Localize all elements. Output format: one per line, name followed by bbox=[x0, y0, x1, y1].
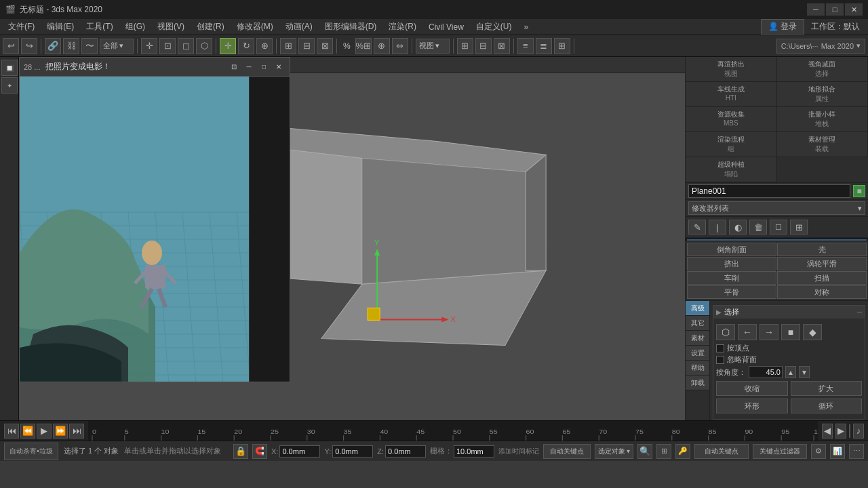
backface-checkbox[interactable] bbox=[716, 356, 724, 364]
angle-input[interactable] bbox=[749, 366, 783, 378]
rp-tab-rerender[interactable]: 再渲挤出视图 bbox=[686, 57, 777, 82]
pin-button[interactable]: ✎ bbox=[688, 220, 706, 235]
select-lasso-button[interactable]: ◻ bbox=[178, 38, 194, 54]
rp-tab-plants[interactable]: 超级种植塌陷 bbox=[686, 157, 777, 182]
rp-tab-viewreduce[interactable]: 视角减面选择 bbox=[777, 57, 869, 82]
material-tab[interactable]: 素材 bbox=[686, 331, 709, 346]
rp-tab-material[interactable]: 素材管理装载 bbox=[777, 132, 869, 157]
menu-login[interactable]: 👤 登录 bbox=[761, 19, 804, 35]
lock-button[interactable]: 🔒 bbox=[233, 444, 248, 459]
key-filter-label-button[interactable]: 关键点过滤器 bbox=[753, 444, 807, 459]
select-button[interactable]: ✛ bbox=[141, 38, 157, 54]
mirror-button[interactable]: ⇔ bbox=[392, 38, 408, 54]
more-options-button[interactable]: ⋯ bbox=[849, 444, 864, 459]
unlink-button[interactable]: ⛓ bbox=[63, 38, 79, 54]
z-coord-input[interactable] bbox=[385, 445, 426, 458]
flatbone-button[interactable]: 平骨 bbox=[687, 285, 776, 299]
autoremove-button[interactable]: 自动杀寄•垃圾 bbox=[4, 443, 58, 460]
align-button[interactable]: ⊟ bbox=[475, 38, 492, 54]
unload-tab[interactable]: 卸载 bbox=[686, 375, 709, 390]
menu-tools[interactable]: 工具(T) bbox=[81, 20, 118, 34]
chamfer-section-button[interactable]: 倒角剖面 bbox=[687, 243, 776, 256]
menu-group[interactable]: 组(G) bbox=[120, 20, 151, 34]
link-button[interactable]: 🔗 bbox=[45, 38, 61, 54]
turbosmooth-button[interactable]: 涡轮平滑 bbox=[777, 257, 867, 270]
scale-button[interactable]: ⊕ bbox=[256, 38, 273, 54]
spinner-button[interactable]: ⊕ bbox=[374, 38, 390, 54]
vertex-checkbox[interactable] bbox=[716, 344, 724, 352]
floating-restore-button[interactable]: ⊡ bbox=[227, 62, 241, 73]
auto-set-key-button[interactable]: 自动关键点 bbox=[694, 444, 749, 459]
redo-button[interactable]: ↪ bbox=[21, 38, 37, 54]
vertex-icon-btn[interactable]: ⬡ bbox=[716, 324, 735, 340]
poly-icon-btn[interactable]: ■ bbox=[781, 324, 800, 340]
grow-button[interactable]: 扩大 bbox=[791, 381, 863, 396]
floating-titlebar[interactable]: 28 ... 把照片变成电影！ ⊡ ─ □ ✕ bbox=[20, 58, 290, 77]
undo-button[interactable]: ↩ bbox=[3, 38, 19, 54]
rp-tab-assets[interactable]: 资源收集MBS bbox=[686, 107, 777, 132]
next-button[interactable]: ⏩ bbox=[53, 424, 68, 439]
make-unique-button[interactable]: ☐ bbox=[770, 220, 787, 235]
magnet-button[interactable]: 🧲 bbox=[252, 444, 267, 459]
bind-button[interactable]: 〜 bbox=[81, 38, 98, 54]
rp-tab-carline[interactable]: 车线生成HTI bbox=[686, 82, 777, 107]
modifier-list-dropdown[interactable]: 修改器列表▾ bbox=[688, 201, 865, 215]
menu-civil[interactable]: Civil View bbox=[423, 21, 469, 33]
sweep-button[interactable]: 扫描 bbox=[777, 271, 867, 285]
eye-button[interactable]: ◐ bbox=[729, 220, 747, 235]
graph-button[interactable]: 📊 bbox=[830, 444, 845, 459]
move-button[interactable]: ✛ bbox=[220, 38, 236, 54]
next-frame-button[interactable]: ⏭ bbox=[69, 424, 84, 439]
symmetry-button[interactable]: 对称 bbox=[777, 285, 867, 299]
menu-graph-editor[interactable]: 图形编辑器(D) bbox=[319, 20, 382, 34]
key-filter-button[interactable]: 🔑 bbox=[675, 444, 690, 459]
layer-button[interactable]: ≡ bbox=[517, 38, 534, 54]
floating-rollup-button[interactable]: ─ bbox=[242, 62, 256, 73]
grid-input[interactable] bbox=[454, 445, 494, 458]
menu-view[interactable]: 视图(V) bbox=[152, 20, 190, 34]
prev-button[interactable]: ⏪ bbox=[20, 424, 35, 439]
floating-close-button[interactable]: ✕ bbox=[272, 62, 285, 73]
search-button[interactable]: 🔍 bbox=[637, 444, 652, 459]
extrude-button[interactable]: 挤出 bbox=[687, 257, 776, 270]
timeline-key-right[interactable]: ▶ bbox=[835, 424, 846, 439]
snap2-button[interactable]: ⊟ bbox=[298, 38, 315, 54]
settings-button[interactable]: ⚙ bbox=[811, 444, 826, 459]
edge-shrink-icon-btn[interactable]: ← bbox=[738, 324, 757, 340]
play-button[interactable]: ▶ bbox=[37, 424, 52, 439]
select-paint-button[interactable]: ⬡ bbox=[196, 38, 212, 54]
shell-button[interactable]: 壳 bbox=[777, 243, 867, 256]
delete-button[interactable]: 🗑 bbox=[749, 220, 767, 235]
snap3-button[interactable]: ⊠ bbox=[317, 38, 333, 54]
loop-button[interactable]: 循环 bbox=[791, 399, 863, 413]
lathe-button[interactable]: 车削 bbox=[687, 271, 776, 285]
menu-create[interactable]: 创建(R) bbox=[191, 20, 230, 34]
snap-button[interactable]: ⊞ bbox=[280, 38, 296, 54]
angle-down-button[interactable]: ▼ bbox=[799, 366, 810, 378]
filter-dropdown[interactable]: 全部▾ bbox=[100, 39, 134, 54]
timeline-sound-button[interactable]: ♪ bbox=[853, 424, 864, 439]
percent-snap-button[interactable]: %⊞ bbox=[355, 38, 372, 54]
layer2-button[interactable]: ≣ bbox=[536, 38, 552, 54]
minimize-button[interactable]: ─ bbox=[807, 3, 825, 16]
timeline-key-left[interactable]: ◀ bbox=[822, 424, 833, 439]
object-color-swatch[interactable]: ■ bbox=[853, 185, 865, 197]
timeline-track[interactable]: 0 5 10 15 20 25 30 35 40 45 50 55 60 bbox=[88, 421, 818, 441]
menu-more[interactable]: » bbox=[518, 21, 534, 33]
select-region-button[interactable]: ⊡ bbox=[159, 38, 176, 54]
advanced-tab[interactable]: 高级 bbox=[686, 301, 709, 316]
separator-button[interactable]: | bbox=[709, 220, 726, 235]
align2-button[interactable]: ⊠ bbox=[494, 38, 510, 54]
menu-file[interactable]: 文件(F) bbox=[3, 20, 40, 34]
menu-customize[interactable]: 自定义(U) bbox=[471, 20, 517, 34]
prev-frame-button[interactable]: ⏮ bbox=[4, 424, 19, 439]
close-button[interactable]: ✕ bbox=[845, 3, 863, 16]
menu-animation[interactable]: 动画(A) bbox=[280, 20, 318, 34]
filter-status-button[interactable]: ⊞ bbox=[656, 444, 671, 459]
create-geo-button[interactable]: 🔲 bbox=[1, 60, 18, 76]
menu-modifier[interactable]: 修改器(M) bbox=[231, 20, 279, 34]
menu-edit[interactable]: 编辑(E) bbox=[41, 20, 79, 34]
maximize-button[interactable]: □ bbox=[826, 3, 844, 16]
x-coord-input[interactable] bbox=[279, 445, 320, 458]
settings-tab[interactable]: 设置 bbox=[686, 346, 709, 361]
